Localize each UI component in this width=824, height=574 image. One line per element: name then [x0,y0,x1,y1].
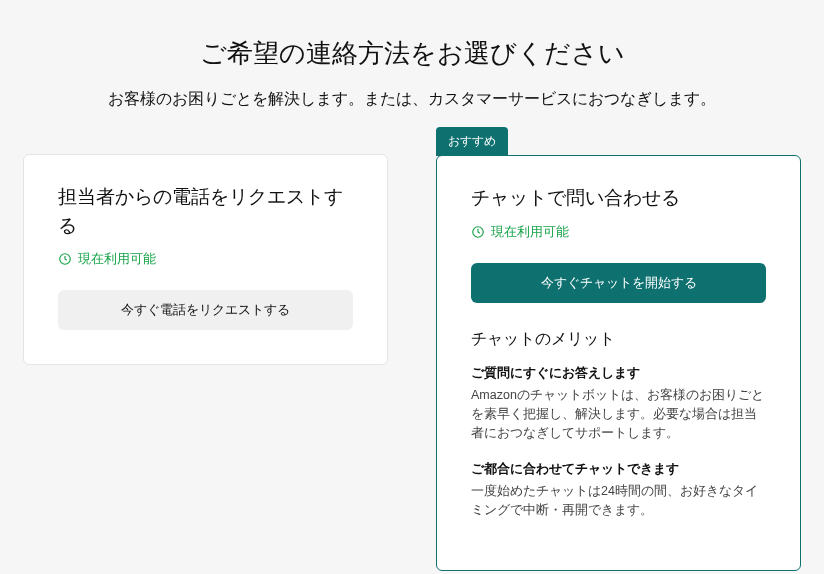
clock-icon [58,252,72,266]
chat-card: チャットで問い合わせる 現在利用可能 今すぐチャットを開始する チャットのメリッ… [436,155,801,571]
page-title: ご希望の連絡方法をお選びください [20,36,804,71]
chat-availability-text: 現在利用可能 [491,223,569,241]
start-chat-button[interactable]: 今すぐチャットを開始する [471,263,766,303]
benefit-heading: ご質問にすぐにお答えします [471,364,766,382]
chat-availability: 現在利用可能 [471,223,766,241]
benefit-text: Amazonのチャットボットは、お客様のお困りごとを素早く把握し、解決します。必… [471,386,766,444]
benefit-item: ご質問にすぐにお答えします Amazonのチャットボットは、お客様のお困りごとを… [471,364,766,444]
recommended-badge: おすすめ [436,127,508,156]
chat-card-title: チャットで問い合わせる [471,184,766,213]
phone-availability: 現在利用可能 [58,250,353,268]
benefit-heading: ご都合に合わせてチャットできます [471,460,766,478]
phone-availability-text: 現在利用可能 [78,250,156,268]
benefit-item: ご都合に合わせてチャットできます 一度始めたチャットは24時間の間、お好きなタイ… [471,460,766,521]
clock-icon [471,225,485,239]
request-phone-button[interactable]: 今すぐ電話をリクエストする [58,290,353,330]
contact-options: 担当者からの電話をリクエストする 現在利用可能 今すぐ電話をリクエストする おす… [20,154,804,571]
page-subtitle: お客様のお困りごとを解決します。または、カスタマーサービスにおつなぎします。 [20,89,804,110]
phone-card-title: 担当者からの電話をリクエストする [58,183,353,240]
phone-request-card: 担当者からの電話をリクエストする 現在利用可能 今すぐ電話をリクエストする [23,154,388,365]
benefits-title: チャットのメリット [471,329,766,350]
benefit-text: 一度始めたチャットは24時間の間、お好きなタイミングで中断・再開できます。 [471,482,766,521]
chat-card-container: おすすめ チャットで問い合わせる 現在利用可能 今すぐチャットを開始する チャッ… [436,126,801,571]
